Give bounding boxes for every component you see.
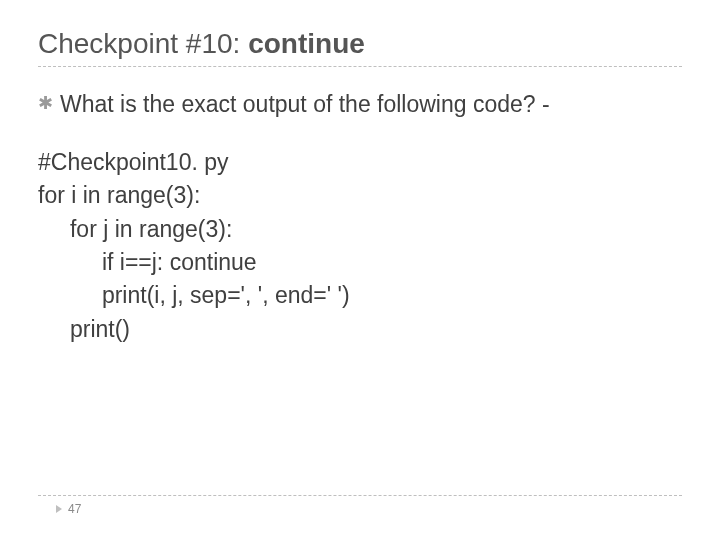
bullet-icon: ✱ [38, 89, 60, 117]
code-line: print(i, j, sep=', ', end=' ') [38, 282, 350, 308]
code-line: for j in range(3): [38, 216, 232, 242]
slide: Checkpoint #10: continue ✱ What is the e… [0, 0, 720, 540]
code-line: #Checkpoint10. py [38, 149, 229, 175]
code-line: if i==j: continue [38, 249, 257, 275]
slide-footer: 47 [38, 495, 682, 516]
slide-title: Checkpoint #10: continue [38, 28, 682, 60]
bullet-text: What is the exact output of the followin… [60, 89, 550, 120]
triangle-right-icon [56, 505, 62, 513]
footer-divider [38, 495, 682, 496]
page-number: 47 [68, 502, 81, 516]
title-prefix: Checkpoint #10: [38, 28, 248, 59]
code-line: print() [38, 316, 130, 342]
bullet-item: ✱ What is the exact output of the follow… [38, 89, 682, 120]
code-block: #Checkpoint10. py for i in range(3): for… [38, 146, 682, 346]
code-line: for i in range(3): [38, 182, 200, 208]
title-keyword: continue [248, 28, 365, 59]
page-indicator: 47 [38, 502, 682, 516]
title-divider [38, 66, 682, 67]
